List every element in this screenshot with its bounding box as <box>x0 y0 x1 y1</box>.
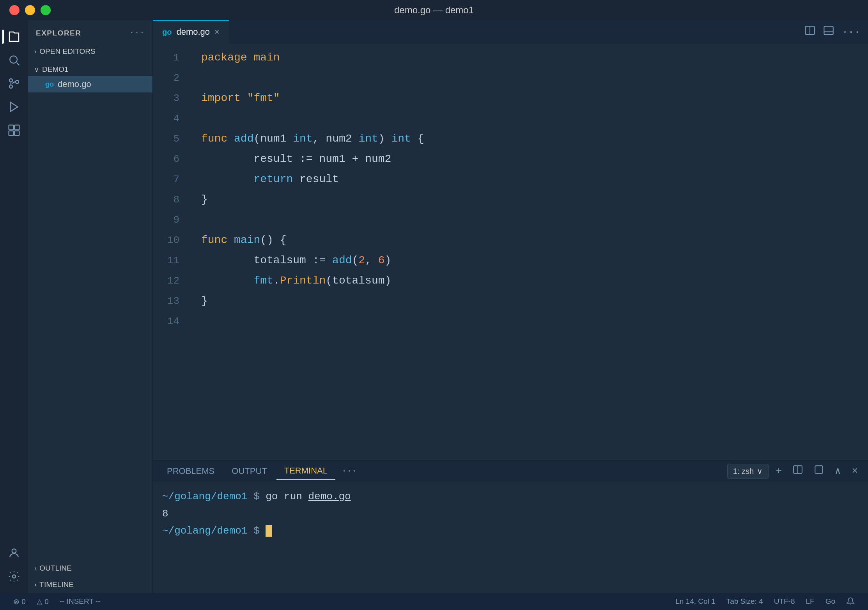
tab-label: demo.go <box>176 27 210 37</box>
close-panel-button[interactable]: × <box>848 463 862 479</box>
code-line-2 <box>201 68 868 88</box>
code-line-9 <box>201 210 868 230</box>
maximize-panel-button[interactable]: ∧ <box>831 463 845 480</box>
code-line-12: fmt.Println(totalsum) <box>201 271 868 291</box>
code-line-8: } <box>201 190 868 210</box>
account-icon[interactable] <box>4 543 24 563</box>
terminal-cmd-file: demo.go <box>308 491 351 502</box>
terminal-dollar-1: $ <box>253 491 266 502</box>
sidebar-item-search[interactable] <box>4 50 24 70</box>
line-num-7: 7 <box>153 169 187 190</box>
svg-rect-8 <box>9 131 14 135</box>
panel-controls: 1: zsh ∨ + ∧ × <box>727 462 862 480</box>
code-line-1: package main <box>201 48 868 68</box>
open-editors-chevron: › <box>34 48 36 55</box>
split-terminal-button[interactable] <box>789 462 807 480</box>
encoding-label: UTF-8 <box>774 597 795 606</box>
code-editor[interactable]: 1 2 3 4 5 6 7 8 9 10 11 12 13 14 package… <box>153 44 868 460</box>
tab-terminal[interactable]: TERMINAL <box>276 463 335 480</box>
sidebar-item-explorer[interactable] <box>4 27 24 47</box>
outline-chevron: › <box>34 565 36 572</box>
status-line-col[interactable]: Ln 14, Col 1 <box>670 597 721 606</box>
status-line-ending[interactable]: LF <box>800 597 820 606</box>
terminal-panel: PROBLEMS OUTPUT TERMINAL ··· 1: zsh ∨ + <box>153 460 868 593</box>
tab-problems[interactable]: PROBLEMS <box>159 463 222 479</box>
tab-size-label: Tab Size: 4 <box>726 597 763 606</box>
activity-bar <box>0 20 28 593</box>
editor-area: go demo.go × ··· 1 <box>153 20 868 593</box>
timeline-label: TIMELINE <box>39 580 74 589</box>
more-actions-icon[interactable]: ··· <box>842 26 860 38</box>
line-num-8: 8 <box>153 190 187 210</box>
sidebar-item-source-control[interactable] <box>4 73 24 94</box>
outline-section[interactable]: › OUTLINE <box>28 560 152 576</box>
demo1-header[interactable]: ∨ DEMO1 <box>28 63 152 76</box>
tab-demo-go[interactable]: go demo.go × <box>153 20 229 44</box>
editor-header-icons: ··· <box>804 20 868 44</box>
toggle-panel-icon[interactable] <box>823 25 834 39</box>
open-editors-header[interactable]: › OPEN EDITORS <box>28 45 152 58</box>
error-count: ⊗ 0 <box>13 597 26 606</box>
demo1-label: DEMO1 <box>42 65 69 74</box>
timeline-section[interactable]: › TIMELINE <box>28 576 152 593</box>
terminal-output: 8 <box>162 508 168 520</box>
svg-marker-5 <box>11 102 18 112</box>
demo1-section: ∨ DEMO1 go demo.go <box>28 60 152 95</box>
tab-close-button[interactable]: × <box>214 27 220 37</box>
window-title: demo.go — demo1 <box>394 5 474 16</box>
svg-point-3 <box>9 85 12 88</box>
code-line-5: func add(num1 int, num2 int) int { <box>201 129 868 149</box>
settings-icon[interactable] <box>4 566 24 587</box>
line-num-6: 6 <box>153 149 187 169</box>
terminal-path-1: ~/golang/demo1 <box>162 491 247 502</box>
tab-output[interactable]: OUTPUT <box>224 463 275 479</box>
main-layout: EXPLORER ··· › OPEN EDITORS ∨ DEMO1 go d… <box>0 20 868 593</box>
status-tab-size[interactable]: Tab Size: 4 <box>721 597 769 606</box>
kill-terminal-button[interactable] <box>810 462 828 480</box>
line-numbers: 1 2 3 4 5 6 7 8 9 10 11 12 13 14 <box>153 44 187 460</box>
title-bar: demo.go — demo1 <box>0 0 868 20</box>
line-col-label: Ln 14, Col 1 <box>675 597 715 606</box>
line-ending-label: LF <box>806 597 814 606</box>
terminal-content[interactable]: ~/golang/demo1 $ go run demo.go 8 ~/gola… <box>153 482 868 593</box>
code-line-4 <box>201 108 868 129</box>
terminal-line-3: ~/golang/demo1 $ <box>162 522 859 539</box>
code-content[interactable]: package main import "fmt" func add(num1 … <box>187 44 868 460</box>
sidebar-item-debug[interactable] <box>4 97 24 117</box>
code-line-6: result := num1 + num2 <box>201 149 868 169</box>
panel-tabs: PROBLEMS OUTPUT TERMINAL ··· 1: zsh ∨ + <box>153 461 868 482</box>
open-editors-section: › OPEN EDITORS <box>28 43 152 60</box>
terminal-dollar-2: $ <box>253 525 266 537</box>
line-num-3: 3 <box>153 88 187 108</box>
status-language[interactable]: Go <box>820 597 841 606</box>
maximize-button[interactable] <box>41 5 51 15</box>
terminal-cmd: go run <box>266 491 308 502</box>
line-num-1: 1 <box>153 48 187 68</box>
insert-mode-label: -- INSERT -- <box>60 597 101 606</box>
new-terminal-button[interactable]: + <box>772 463 786 479</box>
status-encoding[interactable]: UTF-8 <box>769 597 801 606</box>
file-demo-go[interactable]: go demo.go <box>28 76 152 92</box>
svg-rect-9 <box>14 131 19 135</box>
status-errors[interactable]: ⊗ 0 <box>8 593 31 610</box>
demo1-chevron: ∨ <box>34 66 39 73</box>
terminal-select[interactable]: 1: zsh ∨ <box>727 464 769 479</box>
minimize-button[interactable] <box>25 5 35 15</box>
sidebar-menu-button[interactable]: ··· <box>129 28 145 38</box>
status-warnings[interactable]: △ 0 <box>31 593 54 610</box>
sidebar: EXPLORER ··· › OPEN EDITORS ∨ DEMO1 go d… <box>28 20 153 593</box>
terminal-path-2: ~/golang/demo1 <box>162 525 247 537</box>
line-num-2: 2 <box>153 68 187 88</box>
line-num-4: 4 <box>153 108 187 129</box>
panel-more-button[interactable]: ··· <box>337 463 362 479</box>
sidebar-item-extensions[interactable] <box>4 120 24 140</box>
terminal-cursor <box>266 525 272 537</box>
status-notifications[interactable] <box>841 597 860 606</box>
split-editor-icon[interactable] <box>804 25 815 39</box>
line-num-5: 5 <box>153 129 187 149</box>
svg-point-0 <box>10 56 17 63</box>
status-right: Ln 14, Col 1 Tab Size: 4 UTF-8 LF Go <box>670 597 860 606</box>
svg-rect-7 <box>14 125 19 130</box>
close-button[interactable] <box>9 5 19 15</box>
code-line-7: return result <box>201 169 868 190</box>
